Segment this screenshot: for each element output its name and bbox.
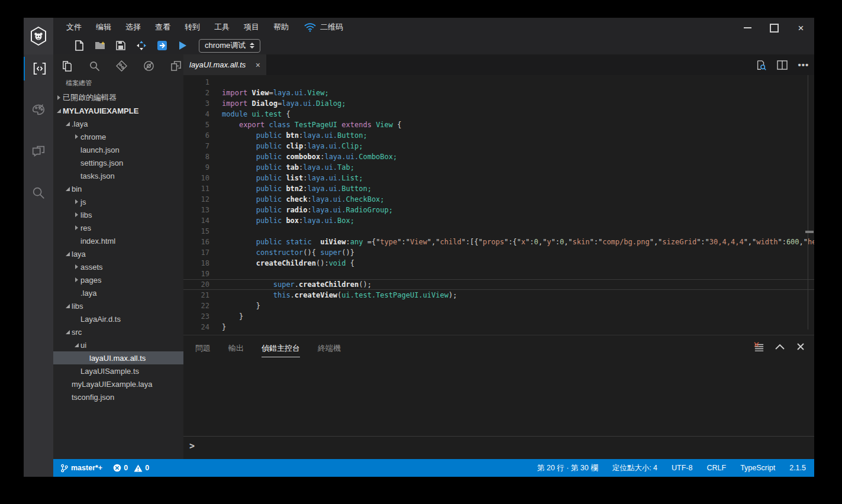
files-icon[interactable] xyxy=(61,60,73,72)
code-line-17[interactable]: 17 constructor(){ super()} xyxy=(183,247,814,258)
activity-code-button[interactable] xyxy=(24,57,54,80)
code-line-22[interactable]: 22 } xyxy=(183,301,814,311)
menu-item[interactable]: 转到 xyxy=(178,22,207,33)
chevron-collapsed-icon[interactable] xyxy=(73,133,80,140)
tree-item-layaui-max-all-ts[interactable]: layaUI.max.all.ts xyxy=(53,351,183,364)
code-line-21[interactable]: 21 this.createView(ui.test.TestPageUI.ui… xyxy=(183,290,814,301)
encoding-indicator[interactable]: UTF-8 xyxy=(672,464,692,472)
tree-item-layaair-d-ts[interactable]: LayaAir.d.ts xyxy=(53,312,183,325)
debug-icon[interactable] xyxy=(143,60,155,72)
code-line-8[interactable]: 8 public combobox:laya.ui.ComboBox; xyxy=(183,151,814,162)
code-editor[interactable]: 12import View=laya.ui.View;3import Dialo… xyxy=(183,75,814,331)
close-panel-icon[interactable] xyxy=(795,341,806,352)
search-icon[interactable] xyxy=(88,60,101,72)
chevron-collapsed-icon[interactable] xyxy=(73,224,80,231)
tree-item-launch-json[interactable]: launch.json xyxy=(53,143,183,156)
version-indicator[interactable]: 2.1.5 xyxy=(789,464,806,472)
tree-item-pages[interactable]: pages xyxy=(53,273,183,286)
code-line-9[interactable]: 9 public tab:laya.ui.Tab; xyxy=(183,162,814,173)
tree-item-laya[interactable]: laya xyxy=(53,247,183,260)
tree-item-layauisample-ts[interactable]: LayaUISample.ts xyxy=(53,364,183,377)
chevron-collapsed-icon[interactable] xyxy=(73,198,80,205)
tree-item-tsconfig-json[interactable]: tsconfig.json xyxy=(53,390,183,403)
git-icon[interactable] xyxy=(115,60,128,72)
tree-item-settings-json[interactable]: settings.json xyxy=(53,156,183,169)
chevron-collapsed-icon[interactable] xyxy=(73,211,80,218)
minimize-button[interactable] xyxy=(734,18,761,38)
tree-item-res[interactable]: res xyxy=(53,221,183,234)
chevron-expanded-icon[interactable] xyxy=(73,341,80,348)
code-line-15[interactable]: 15 xyxy=(183,226,814,237)
chevron-expanded-icon[interactable] xyxy=(64,250,72,257)
scrollbar-thumb[interactable] xyxy=(805,231,814,233)
code-line-4[interactable]: 4module ui.test { xyxy=(183,109,814,119)
new-project-icon[interactable] xyxy=(94,40,106,51)
code-line-6[interactable]: 6 public btn:laya.ui.Button; xyxy=(183,130,814,141)
run-config-dropdown[interactable]: chrome调试 xyxy=(199,39,260,53)
menu-item[interactable]: 选择 xyxy=(118,22,148,33)
close-button[interactable]: × xyxy=(788,18,814,38)
menu-item[interactable]: 查看 xyxy=(148,22,178,33)
tree-item-assets[interactable]: assets xyxy=(53,260,183,273)
cursor-position[interactable]: 第 20 行 · 第 30 欄 xyxy=(537,463,598,473)
code-line-19[interactable]: 19 xyxy=(183,269,814,279)
chevron-collapsed-icon[interactable] xyxy=(73,276,80,283)
clear-console-icon[interactable] xyxy=(754,341,764,352)
chevron-collapsed-icon[interactable] xyxy=(73,263,80,270)
chevron-expanded-icon[interactable] xyxy=(56,107,63,114)
chevron-expanded-icon[interactable] xyxy=(64,185,72,192)
panel-tab[interactable]: 問題 xyxy=(195,343,211,357)
menu-item[interactable]: 工具 xyxy=(207,22,237,33)
problems-status[interactable]: 0 0 xyxy=(113,464,149,472)
export-icon[interactable] xyxy=(156,40,168,51)
code-line-3[interactable]: 3import Dialog=laya.ui.Dialog; xyxy=(183,98,814,109)
code-line-16[interactable]: 16 public static uiView:any ={"type":"Vi… xyxy=(183,237,814,247)
build-icon[interactable] xyxy=(136,40,147,51)
debug-console-input[interactable]: > xyxy=(183,436,814,451)
language-indicator[interactable]: TypeScript xyxy=(740,464,775,472)
save-icon[interactable] xyxy=(115,40,127,51)
new-file-icon[interactable] xyxy=(73,40,85,51)
tree-item--[interactable]: 已開啟的編輯器 xyxy=(53,91,183,104)
menu-item[interactable]: 文件 xyxy=(59,22,89,33)
tree-item-chrome[interactable]: chrome xyxy=(53,130,183,143)
code-line-13[interactable]: 13 public radio:laya.ui.RadioGroup; xyxy=(183,205,814,215)
eol-indicator[interactable]: CRLF xyxy=(706,464,726,472)
code-line-24[interactable]: 24} xyxy=(183,322,814,331)
panel-tab[interactable]: 偵錯主控台 xyxy=(262,343,300,357)
tree-item-ui[interactable]: ui xyxy=(53,338,183,351)
code-line-7[interactable]: 7 public clip:laya.ui.Clip; xyxy=(183,141,814,151)
panel-tab[interactable]: 輸出 xyxy=(228,343,244,357)
tree-item-tasks-json[interactable]: tasks.json xyxy=(53,169,183,182)
tree-item-index-html[interactable]: index.html xyxy=(53,234,183,247)
chevron-expanded-icon[interactable] xyxy=(64,328,72,335)
menu-item[interactable]: 帮助 xyxy=(266,22,296,33)
tab-layaui-max-all-ts[interactable]: layaUI.max.all.ts × xyxy=(183,54,266,75)
maximize-panel-icon[interactable] xyxy=(775,341,785,352)
code-line-2[interactable]: 2import View=laya.ui.View; xyxy=(183,88,814,98)
chevron-expanded-icon[interactable] xyxy=(64,120,72,127)
tree-item-js[interactable]: js xyxy=(53,195,183,208)
code-line-5[interactable]: 5 export class TestPageUI extends View { xyxy=(183,119,814,130)
run-icon[interactable] xyxy=(177,40,189,51)
activity-design-button[interactable] xyxy=(24,98,53,122)
extensions-icon[interactable] xyxy=(170,60,182,72)
code-line-23[interactable]: 23 } xyxy=(183,311,814,322)
code-line-20[interactable]: 20 super.createChildren(); xyxy=(183,279,814,290)
code-line-14[interactable]: 14 public box:laya.ui.Box; xyxy=(183,215,814,226)
tree-item--laya[interactable]: .laya xyxy=(53,117,183,130)
code-line-1[interactable]: 1 xyxy=(183,77,814,88)
code-line-12[interactable]: 12 public check:laya.ui.CheckBox; xyxy=(183,194,814,205)
tree-item-libs[interactable]: libs xyxy=(53,208,183,221)
tree-item-libs[interactable]: libs xyxy=(53,299,183,312)
code-line-18[interactable]: 18 createChildren():void { xyxy=(183,258,814,269)
tree-item-mylayauiexample[interactable]: MYLAYAUIEXAMPLE xyxy=(53,104,183,117)
code-line-10[interactable]: 10 public list:laya.ui.List; xyxy=(183,173,814,183)
chevron-collapsed-icon[interactable] xyxy=(56,94,63,101)
tree-item-bin[interactable]: bin xyxy=(53,182,183,195)
find-in-file-icon[interactable] xyxy=(755,59,767,71)
tree-item-src[interactable]: src xyxy=(53,325,183,338)
chevron-expanded-icon[interactable] xyxy=(64,302,72,309)
activity-search-button[interactable] xyxy=(24,181,53,205)
tree-item--laya[interactable]: .laya xyxy=(53,286,183,299)
